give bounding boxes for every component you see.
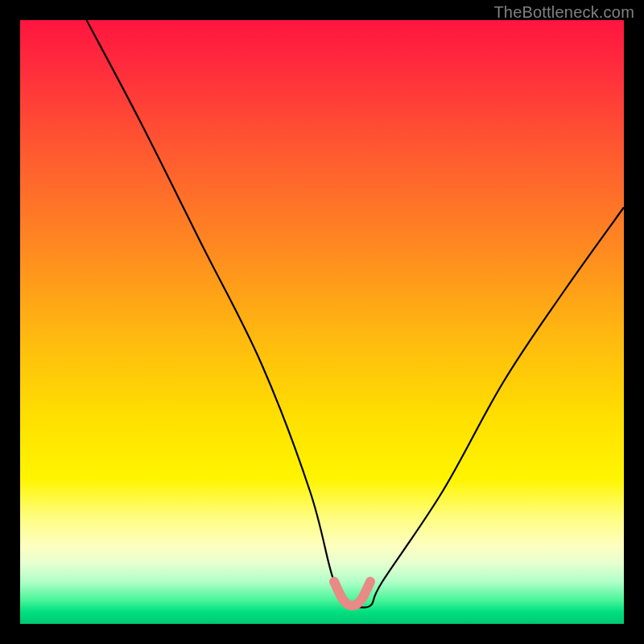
bottleneck-curve-right — [353, 208, 625, 608]
bottleneck-curve-left — [87, 20, 353, 606]
chart-svg — [20, 20, 624, 624]
watermark-text: TheBottleneck.com — [493, 3, 634, 22]
plot-area — [20, 20, 624, 624]
optimal-range-highlight — [334, 582, 370, 606]
